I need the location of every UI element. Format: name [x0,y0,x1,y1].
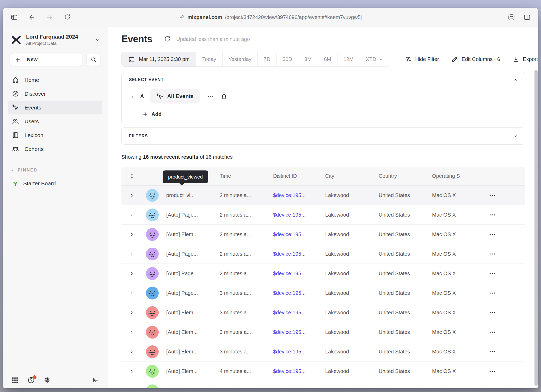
row-more-button[interactable] [489,211,496,219]
table-row[interactable]: [Auto] Page... 3 minutes a... $device:19… [121,283,525,303]
row-expander[interactable] [121,330,142,334]
hide-filter-button[interactable]: Hide Filter [405,56,439,63]
avatar [146,209,159,221]
table-row[interactable]: [Auto] Elem... 3 minutes a... $device:19… [121,322,525,342]
event-more-button[interactable] [206,92,214,100]
sidebar-item-home[interactable]: Home [8,73,102,87]
row-expander[interactable] [121,213,142,217]
project-switcher[interactable]: Lord Farquaad 2024 All Project Data [3,27,108,46]
range-xtd[interactable]: XTD [360,52,389,66]
row-actions-cell [482,309,525,316]
sidebar-item-starter-board[interactable]: Starter Board [8,177,102,190]
add-event-button[interactable]: Add [143,111,162,117]
table-row[interactable]: [Auto] Elem... 3 minutes a... $device:19… [121,303,525,322]
range-today[interactable]: Today [196,52,222,66]
chevron-down-icon[interactable] [513,134,518,138]
sidebar-item-users[interactable]: Users [8,114,102,128]
split-view-button[interactable] [523,13,531,21]
cell-distinct-id-link[interactable]: $device:195... [269,290,322,296]
browser-window: mixpanel.com/project/3472420/view/397469… [3,8,538,388]
row-more-button[interactable] [489,367,496,375]
sidebar-item-events[interactable]: Events [8,101,102,114]
range-3m[interactable]: 3M [298,52,318,66]
row-expander[interactable] [121,369,142,373]
collapse-rows-header[interactable] [121,173,142,179]
event-selector-chip[interactable]: All Events [150,89,200,103]
cell-distinct-id-link[interactable]: $device:195... [269,192,322,198]
table-row[interactable] [121,381,525,388]
drag-handle-icon[interactable] [129,94,134,99]
row-more-button[interactable] [489,309,496,316]
row-more-button[interactable] [489,348,496,356]
filters-panel[interactable]: FILTERS [121,127,525,145]
range-6m[interactable]: 6M [318,52,337,66]
page-settings-button[interactable] [507,13,515,21]
plus-icon [15,57,21,63]
search-button[interactable] [87,53,100,66]
row-more-button[interactable] [489,387,496,388]
cell-distinct-id-link[interactable]: $device:195... [269,310,322,316]
column-header-os[interactable]: Operating S [428,173,482,179]
row-more-button[interactable] [489,230,496,238]
settings-button[interactable] [43,376,52,385]
edit-columns-button[interactable]: Edit Columns · 6 [451,56,500,63]
refresh-button[interactable] [164,35,171,43]
table-row[interactable]: product_vi... 2 minutes a... $device:195… [121,186,525,205]
cell-distinct-id-link[interactable]: $device:195... [269,271,322,277]
event-chip-label: All Events [167,93,194,99]
cell-distinct-id-link[interactable]: $device:195... [269,349,322,355]
table-row[interactable]: [Auto] Elem... 2 minutes a... $device:19… [121,225,525,244]
sidebar-item-discover[interactable]: Discover [8,87,102,101]
sidebar-item-lexicon[interactable]: Lexicon [8,128,102,142]
cell-distinct-id-link[interactable]: $device:195... [269,212,322,218]
row-more-button[interactable] [489,328,496,336]
cell-distinct-id-link[interactable]: $device:195... [269,329,322,335]
sidebar-toggle-button[interactable] [10,13,18,21]
column-header-distinct-id[interactable]: Distinct ID [269,173,322,179]
event-delete-button[interactable] [220,92,228,100]
project-subtitle: All Project Data [26,41,91,46]
column-header-country[interactable]: Country [375,173,428,179]
date-picker-segment[interactable]: Mar 11, 2025 3:30 pm [122,52,196,66]
reload-button[interactable] [63,13,71,21]
new-button[interactable]: New [10,53,82,66]
table-row[interactable]: [Auto] Elem... 4 minutes a... $device:19… [121,362,525,381]
cell-distinct-id-link[interactable]: $device:195... [269,251,322,257]
row-expander[interactable] [121,310,142,315]
row-expander[interactable] [121,232,142,237]
pinned-section-header[interactable]: PINNED [10,168,108,173]
row-expander[interactable] [121,193,142,198]
row-expander[interactable] [121,271,142,276]
table-row[interactable]: [Auto] Page... 2 minutes a... $device:19… [121,205,525,225]
address-bar[interactable]: mixpanel.com/project/3472420/view/397469… [179,14,362,20]
export-button[interactable]: Export [513,56,538,63]
column-header-time[interactable]: Time [216,173,269,179]
apps-grid-button[interactable] [10,376,19,385]
table-row[interactable]: [Auto] Elem... 3 minutes a... $device:19… [121,342,525,362]
range-30d[interactable]: 30D [276,52,298,66]
chevron-up-icon[interactable] [513,78,518,82]
row-avatar-cell [142,326,163,339]
range-yesterday[interactable]: Yesterday [223,52,258,66]
row-more-button[interactable] [489,270,496,277]
vertical-scrollbar[interactable] [534,70,538,386]
row-more-button[interactable] [489,250,496,258]
row-expander[interactable] [121,350,142,354]
collapse-sidebar-button[interactable] [91,376,100,385]
cell-distinct-id-link[interactable]: $device:195... [269,368,322,374]
row-expander[interactable] [121,252,142,256]
table-row[interactable]: [Auto] Page... 2 minutes a... $device:19… [121,264,525,283]
row-more-button[interactable] [489,289,496,297]
row-expander[interactable] [121,291,142,295]
select-event-header[interactable]: SELECT EVENT [129,77,518,82]
back-button[interactable] [28,13,36,21]
row-more-button[interactable] [489,191,496,199]
range-7d[interactable]: 7D [258,52,277,66]
range-12m[interactable]: 12M [337,52,360,66]
column-header-city[interactable]: City [322,173,375,179]
table-row[interactable]: [Auto] Page... 2 minutes a... $device:19… [121,244,525,264]
help-button[interactable] [27,376,35,385]
forward-button[interactable] [45,13,54,21]
cell-distinct-id-link[interactable]: $device:195... [269,231,322,237]
sidebar-item-cohorts[interactable]: Cohorts [8,142,102,156]
